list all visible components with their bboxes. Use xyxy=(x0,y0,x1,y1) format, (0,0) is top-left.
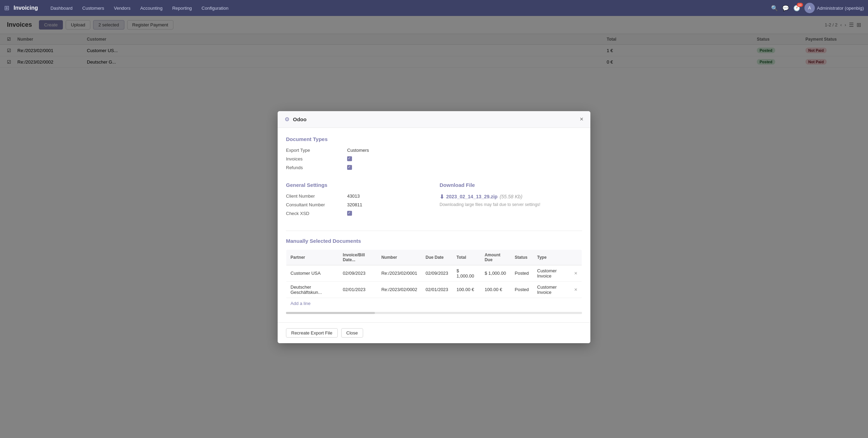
download-file-section: Download File ⬇ 2023_02_14_13_29.zip (55… xyxy=(440,182,582,220)
nav-configuration[interactable]: Configuration xyxy=(197,3,232,13)
user-menu[interactable]: A Administrator (openbig) xyxy=(804,3,864,13)
export-type-row: Export Type Customers xyxy=(286,148,582,153)
odoo-modal: ⚙ Odoo × Document Types Export Type Cust… xyxy=(278,111,590,343)
download-file-title: Download File xyxy=(440,182,582,188)
doc-table-row[interactable]: Customer USA 02/09/2023 Re:/2023/02/0001… xyxy=(286,265,582,281)
doc-row1-due-date: 02/09/2023 xyxy=(421,265,452,281)
client-number-row: Client Number 43013 xyxy=(286,193,428,199)
invoices-row: Invoices xyxy=(286,156,582,162)
general-settings-section: General Settings Client Number 43013 Con… xyxy=(286,182,428,220)
scrollbar-thumb[interactable] xyxy=(286,312,375,314)
two-column-section: General Settings Client Number 43013 Con… xyxy=(286,182,582,220)
check-xsd-row: Check XSD xyxy=(286,211,428,216)
download-filesize: (55.58 Kb) xyxy=(500,194,522,199)
check-xsd-checkbox[interactable] xyxy=(347,211,352,216)
doc-row1-status: Posted xyxy=(510,265,533,281)
client-number-label: Client Number xyxy=(286,193,342,199)
th-status: Status xyxy=(510,249,533,265)
th-total: Total xyxy=(452,249,481,265)
doc-row2-invoice-date: 02/01/2023 xyxy=(339,281,377,298)
download-filename: 2023_02_14_13_29.zip xyxy=(446,194,498,199)
invoices-checkbox[interactable] xyxy=(347,156,352,161)
nav-reporting[interactable]: Reporting xyxy=(168,3,196,13)
close-button[interactable]: Close xyxy=(341,328,363,338)
refunds-checkbox[interactable] xyxy=(347,165,352,170)
consultant-number-value: 320811 xyxy=(347,202,362,207)
username: Administrator (openbig) xyxy=(817,6,864,11)
avatar: A xyxy=(804,3,815,13)
doc-row1-amount-due: $ 1,000.00 xyxy=(481,265,511,281)
export-type-label: Export Type xyxy=(286,148,342,153)
table-scrollbar[interactable] xyxy=(286,312,582,314)
doc-row1-partner: Customer USA xyxy=(286,265,339,281)
topnav-icons-group: 🔍 💬 🕐 10 A Administrator (openbig) xyxy=(771,3,864,13)
th-number: Number xyxy=(377,249,421,265)
consultant-number-label: Consultant Number xyxy=(286,202,342,207)
notification-badge: 10 xyxy=(797,3,803,7)
document-types-section: Document Types Export Type Customers Inv… xyxy=(286,136,582,170)
doc-row2-type: Customer Invoice xyxy=(533,281,570,298)
doc-table-header-row: Partner Invoice/Bill Date... Number Due … xyxy=(286,249,582,265)
th-partner: Partner xyxy=(286,249,339,265)
brand-logo: Invoicing xyxy=(14,5,38,11)
modal-overlay: ⚙ Odoo × Document Types Export Type Cust… xyxy=(0,16,868,438)
doc-row2-due-date: 02/01/2023 xyxy=(421,281,452,298)
client-number-value: 43013 xyxy=(347,193,360,199)
modal-body: Document Types Export Type Customers Inv… xyxy=(278,128,590,322)
th-due-date: Due Date xyxy=(421,249,452,265)
chat-icon[interactable]: 💬 xyxy=(782,5,789,11)
doc-row2-number: Re:/2023/02/0002 xyxy=(377,281,421,298)
invoices-label: Invoices xyxy=(286,156,342,162)
download-icon: ⬇ xyxy=(440,193,444,200)
section-divider xyxy=(286,231,582,231)
doc-row1-total: $ 1,000.00 xyxy=(452,265,481,281)
add-line-row[interactable]: Add a line xyxy=(286,298,582,309)
doc-row2-partner: Deutscher Geschäftskun... xyxy=(286,281,339,298)
consultant-number-row: Consultant Number 320811 xyxy=(286,202,428,207)
modal-footer: Recreate Export File Close xyxy=(278,322,590,343)
doc-row1-number: Re:/2023/02/0001 xyxy=(377,265,421,281)
doc-table-row[interactable]: Deutscher Geschäftskun... 02/01/2023 Re:… xyxy=(286,281,582,298)
odoo-gear-icon: ⚙ xyxy=(285,116,289,123)
doc-row1-type: Customer Invoice xyxy=(533,265,570,281)
nav-dashboard[interactable]: Dashboard xyxy=(46,3,77,13)
th-type: Type xyxy=(533,249,570,265)
th-amount-due: Amount Due xyxy=(481,249,511,265)
export-type-value: Customers xyxy=(347,148,369,153)
top-navigation: ⊞ Invoicing Dashboard Customers Vendors … xyxy=(0,0,868,16)
modal-header: ⚙ Odoo × xyxy=(278,111,590,128)
add-line-cell[interactable]: Add a line xyxy=(286,298,582,309)
refunds-row: Refunds xyxy=(286,165,582,170)
nav-customers[interactable]: Customers xyxy=(78,3,108,13)
download-note: Downloading large files may fail due to … xyxy=(440,202,582,207)
main-area: Invoices Create Upload 2 selected Regist… xyxy=(0,16,868,438)
documents-table: Partner Invoice/Bill Date... Number Due … xyxy=(286,249,582,309)
check-xsd-label: Check XSD xyxy=(286,211,342,216)
doc-row1-invoice-date: 02/09/2023 xyxy=(339,265,377,281)
refunds-label: Refunds xyxy=(286,165,342,170)
doc-row2-status: Posted xyxy=(510,281,533,298)
doc-row2-remove-button[interactable]: ✕ xyxy=(574,287,578,292)
manually-selected-title: Manually Selected Documents xyxy=(286,238,582,244)
download-link[interactable]: ⬇ 2023_02_14_13_29.zip (55.58 Kb) xyxy=(440,193,582,200)
doc-row2-amount-due: 100.00 € xyxy=(481,281,511,298)
modal-close-button[interactable]: × xyxy=(580,116,583,122)
nav-accounting[interactable]: Accounting xyxy=(136,3,166,13)
nav-vendors[interactable]: Vendors xyxy=(110,3,135,13)
manually-selected-section: Manually Selected Documents Partner Invo… xyxy=(286,238,582,314)
modal-title: Odoo xyxy=(293,116,306,122)
doc-row1-remove-button[interactable]: ✕ xyxy=(574,271,578,276)
document-types-title: Document Types xyxy=(286,136,582,142)
recreate-export-button[interactable]: Recreate Export File xyxy=(286,328,338,338)
clock-icon[interactable]: 🕐 10 xyxy=(793,5,800,11)
th-actions xyxy=(570,249,582,265)
grid-icon[interactable]: ⊞ xyxy=(4,4,9,12)
search-icon[interactable]: 🔍 xyxy=(771,5,778,11)
doc-row2-total: 100.00 € xyxy=(452,281,481,298)
th-invoice-date: Invoice/Bill Date... xyxy=(339,249,377,265)
general-settings-title: General Settings xyxy=(286,182,428,188)
